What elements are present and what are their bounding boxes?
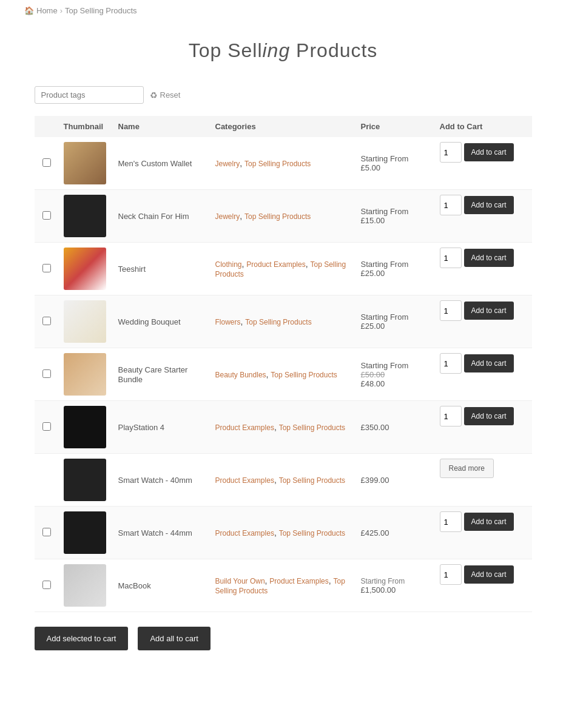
product-list: Men's Custom WalletJewelry, Top Selling … [35, 137, 532, 612]
product-categories: Product Examples, Top Selling Products [211, 507, 356, 559]
quantity-input[interactable] [440, 195, 462, 215]
quantity-input[interactable] [440, 564, 462, 585]
category-link[interactable]: Top Selling Products [279, 529, 345, 538]
row-checkbox[interactable] [42, 528, 51, 536]
product-name: Wedding Bouquet [118, 317, 181, 326]
filter-bar: ♻ Reset [35, 86, 532, 104]
product-price: Starting From £15.00 [356, 190, 435, 243]
add-to-cart-button[interactable]: Add to cart [464, 302, 514, 320]
row-checkbox[interactable] [42, 317, 51, 325]
category-link[interactable]: Product Examples [269, 577, 328, 585]
read-more-button[interactable]: Read more [440, 459, 494, 478]
home-icon: 🏠 [24, 6, 34, 15]
cart-cell: Add to cart [435, 243, 532, 273]
reset-label: Reset [160, 90, 181, 99]
category-link[interactable]: Top Selling Products [245, 318, 311, 326]
product-name: PlayStation 4 [118, 423, 165, 432]
category-link[interactable]: Jewelry [215, 212, 240, 221]
add-to-cart-button[interactable]: Add to cart [464, 565, 514, 584]
add-selected-to-cart-button[interactable]: Add selected to cart [35, 627, 129, 650]
row-checkbox[interactable] [42, 158, 51, 167]
category-link[interactable]: Top Selling Products [244, 160, 311, 168]
product-categories: Beauty Bundles, Top Selling Products [211, 348, 356, 401]
product-thumbnail [64, 142, 106, 184]
cart-cell: Add to cart [435, 559, 532, 590]
category-link[interactable]: Top Selling Products [279, 423, 345, 432]
add-to-cart-button[interactable]: Add to cart [464, 407, 514, 425]
product-categories: Build Your Own, Product Examples, Top Se… [211, 559, 356, 612]
product-categories: Flowers, Top Selling Products [211, 295, 356, 348]
breadcrumb-home[interactable]: Home [36, 6, 58, 15]
product-price: £425.00 [356, 507, 435, 559]
product-thumbnail [64, 300, 106, 343]
product-price: Starting From £25.00 [356, 243, 435, 295]
cart-cell: Read more [435, 454, 532, 483]
product-categories: Product Examples, Top Selling Products [211, 401, 356, 454]
breadcrumb-current: Top Selling Products [65, 6, 137, 15]
table-row: Smart Watch - 40mmProduct Examples, Top … [35, 454, 532, 507]
product-categories: Clothing, Product Examples, Top Selling … [211, 243, 356, 295]
row-checkbox[interactable] [42, 369, 51, 378]
quantity-input[interactable] [440, 353, 462, 374]
product-name: Smart Watch - 44mm [118, 528, 192, 538]
add-all-to-cart-button[interactable]: Add all to cart [138, 627, 211, 650]
product-price: Starting From£1,500.00 [356, 559, 435, 612]
product-name: Smart Watch - 40mm [118, 476, 192, 485]
product-table: Thumbnail Name Categories Price Add to C… [35, 116, 532, 612]
cart-cell: Add to cart [435, 401, 532, 431]
product-name: Men's Custom Wallet [118, 159, 192, 168]
product-categories: Product Examples, Top Selling Products [211, 454, 356, 507]
quantity-input[interactable] [440, 300, 462, 321]
row-checkbox[interactable] [42, 422, 51, 431]
category-link[interactable]: Product Examples [215, 476, 274, 485]
table-row: Beauty Care Starter BundleBeauty Bundles… [35, 348, 532, 401]
reset-icon: ♻ [150, 90, 158, 100]
category-link[interactable]: Product Examples [215, 423, 274, 432]
th-categories: Categories [211, 116, 356, 137]
quantity-input[interactable] [440, 142, 462, 163]
th-name: Name [113, 116, 211, 137]
product-categories: Jewelry, Top Selling Products [211, 137, 356, 190]
product-name: MacBook [118, 581, 151, 590]
add-to-cart-button[interactable]: Add to cart [464, 143, 514, 161]
category-link[interactable]: Top Selling Products [244, 212, 311, 221]
add-to-cart-button[interactable]: Add to cart [464, 513, 514, 531]
table-row: Neck Chain For HimJewelry, Top Selling P… [35, 190, 532, 243]
cart-cell: Add to cart [435, 190, 532, 220]
footer-buttons: Add selected to cart Add all to cart [35, 627, 532, 675]
quantity-input[interactable] [440, 248, 462, 268]
category-link[interactable]: Jewelry [215, 160, 240, 168]
row-checkbox[interactable] [42, 211, 51, 220]
category-link[interactable]: Flowers [215, 318, 241, 326]
add-to-cart-button[interactable]: Add to cart [464, 354, 514, 372]
cart-cell: Add to cart [435, 507, 532, 537]
table-row: PlayStation 4Product Examples, Top Selli… [35, 401, 532, 454]
category-link[interactable]: Top Selling Products [279, 476, 345, 485]
row-checkbox[interactable] [42, 581, 51, 589]
quantity-input[interactable] [440, 406, 462, 426]
category-link[interactable]: Top Selling Products [271, 371, 337, 379]
table-row: MacBookBuild Your Own, Product Examples,… [35, 559, 532, 612]
th-checkbox [35, 116, 59, 137]
category-link[interactable]: Product Examples [246, 260, 305, 269]
table-row: Wedding BouquetFlowers, Top Selling Prod… [35, 295, 532, 348]
category-link[interactable]: Product Examples [215, 529, 274, 538]
breadcrumb: 🏠 Home › Top Selling Products [0, 0, 566, 21]
category-link[interactable]: Build Your Own [215, 577, 265, 585]
product-price: £399.00 [356, 454, 435, 507]
category-link[interactable]: Clothing [215, 260, 242, 269]
reset-button[interactable]: ♻ Reset [150, 90, 181, 100]
category-link[interactable]: Beauty Bundles [215, 371, 266, 379]
add-to-cart-button[interactable]: Add to cart [464, 196, 514, 214]
add-to-cart-button[interactable]: Add to cart [464, 249, 514, 267]
product-tags-input[interactable] [35, 86, 144, 104]
table-row: Smart Watch - 44mmProduct Examples, Top … [35, 507, 532, 559]
product-name: Teeshirt [118, 265, 146, 274]
product-thumbnail [64, 459, 106, 501]
product-name: Neck Chain For Him [118, 212, 189, 221]
quantity-input[interactable] [440, 511, 462, 532]
product-name: Beauty Care Starter Bundle [118, 365, 188, 384]
page-title: Top Selling Products [35, 39, 532, 62]
product-categories: Jewelry, Top Selling Products [211, 190, 356, 243]
row-checkbox[interactable] [42, 264, 51, 272]
